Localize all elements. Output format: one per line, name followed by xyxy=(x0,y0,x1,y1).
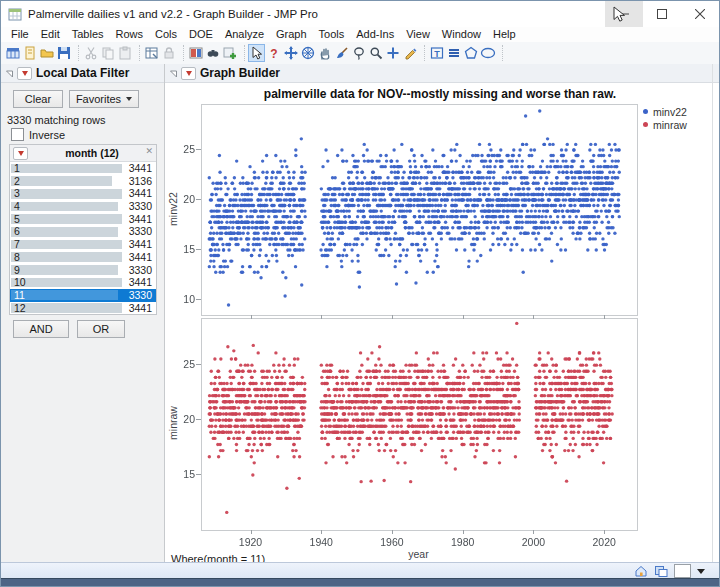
menu-window[interactable]: Window xyxy=(436,27,487,42)
disclosure-open-icon[interactable] xyxy=(169,69,178,78)
checkbox-icon[interactable] xyxy=(11,128,24,141)
chart-legend: minv22minraw xyxy=(643,105,687,131)
filter-row-3[interactable]: 33441 xyxy=(10,187,156,200)
move-tool-icon[interactable] xyxy=(282,44,299,62)
local-data-filter-panel: Local Data Filter Clear Favorites 3330 m… xyxy=(1,64,165,563)
open-icon[interactable] xyxy=(38,44,55,62)
help-tool-icon[interactable]: ? xyxy=(265,44,282,62)
legend-marker-icon xyxy=(643,109,648,114)
minimize-button[interactable] xyxy=(605,1,643,27)
menu-view[interactable]: View xyxy=(400,27,436,42)
x-tick-label: 1960 xyxy=(372,536,412,548)
filter-row-9[interactable]: 93330 xyxy=(10,264,156,277)
filter-row-6[interactable]: 63330 xyxy=(10,225,156,238)
toolbar-separator xyxy=(497,45,503,61)
favorites-button[interactable]: Favorites xyxy=(69,90,139,108)
x-axis-label: year xyxy=(201,548,636,560)
annotate-tool-icon[interactable] xyxy=(401,44,418,62)
new-journal-icon[interactable] xyxy=(21,44,38,62)
filter-row-4[interactable]: 43330 xyxy=(10,200,156,213)
menu-help[interactable]: Help xyxy=(487,27,522,42)
red-triangle-menu-icon[interactable] xyxy=(17,67,32,80)
paste-icon xyxy=(116,44,133,62)
close-filter-icon[interactable]: ✕ xyxy=(145,146,153,156)
svg-text:?: ? xyxy=(270,47,277,61)
menu-addins[interactable]: Add-Ins xyxy=(350,27,400,42)
oval-tool-icon[interactable] xyxy=(479,44,496,62)
column-red-triangle-icon[interactable] xyxy=(13,147,28,160)
x-tick-label: 1940 xyxy=(301,536,341,548)
y-tick-label: 15 xyxy=(171,468,195,480)
legend-marker-icon xyxy=(643,122,648,127)
status-bar xyxy=(1,562,719,579)
filter-row-10[interactable]: 103441 xyxy=(10,276,156,289)
data-table-views-icon[interactable] xyxy=(143,44,160,62)
app-window: Palmerville dailies v1 and v2.2 - Graph … xyxy=(0,0,720,587)
filter-row-11[interactable]: 113330 xyxy=(10,289,156,302)
legend-item-minraw[interactable]: minraw xyxy=(643,118,687,131)
clear-button[interactable]: Clear xyxy=(13,90,63,108)
menu-tables[interactable]: Tables xyxy=(66,27,110,42)
grabber-tool-icon[interactable] xyxy=(316,44,333,62)
scatter-plot-minv22[interactable] xyxy=(201,104,638,316)
lasso-tool-icon[interactable] xyxy=(350,44,367,62)
filter-row-12[interactable]: 123441 xyxy=(10,302,156,315)
toolbar-separator xyxy=(178,45,184,61)
inverse-checkbox[interactable]: Inverse xyxy=(11,128,65,141)
cut-icon xyxy=(82,44,99,62)
toolbar-separator xyxy=(73,45,79,61)
lock-icon xyxy=(160,44,177,62)
menu-analyze[interactable]: Analyze xyxy=(219,27,270,42)
filter-panel-header: Local Data Filter xyxy=(1,64,164,83)
journal-window-icon[interactable] xyxy=(654,564,668,578)
toolbar-separator xyxy=(419,45,425,61)
window-title: Palmerville dailies v1 and v2.2 - Graph … xyxy=(28,8,318,20)
window-list-dropdown-icon[interactable] xyxy=(697,569,705,574)
filter-month-table: month (12) ✕ 134412313633441433305344163… xyxy=(9,144,157,315)
and-button[interactable]: AND xyxy=(13,320,69,338)
legend-item-minv22[interactable]: minv22 xyxy=(643,105,687,118)
menu-rows[interactable]: Rows xyxy=(110,27,150,42)
graph-panel-title: Graph Builder xyxy=(200,66,280,80)
menu-graph[interactable]: Graph xyxy=(270,27,313,42)
menu-doe[interactable]: DOE xyxy=(183,27,219,42)
chart-title: palmerville data for NOV--mostly missing… xyxy=(201,87,679,101)
text-box-icon[interactable]: T xyxy=(428,44,445,62)
scatter-plot-minraw[interactable] xyxy=(201,318,638,531)
maximize-button[interactable] xyxy=(643,1,681,27)
new-data-table-icon[interactable] xyxy=(4,44,21,62)
or-button[interactable]: OR xyxy=(77,320,125,338)
filter-row-1[interactable]: 13441 xyxy=(10,162,156,175)
filter-row-8[interactable]: 83441 xyxy=(10,251,156,264)
polygon-tool-icon[interactable] xyxy=(462,44,479,62)
home-window-icon[interactable] xyxy=(634,564,648,578)
x-tick-label: 1980 xyxy=(443,536,483,548)
brush-tool-icon[interactable] xyxy=(333,44,350,62)
menu-file[interactable]: File xyxy=(5,27,35,42)
filter-row-2[interactable]: 23136 xyxy=(10,175,156,188)
rotate-tool-icon[interactable] xyxy=(299,44,316,62)
column-header-label: month (12) xyxy=(28,147,156,159)
data-table-indicator[interactable] xyxy=(674,564,691,578)
arrow-tool-icon[interactable] xyxy=(248,44,265,62)
y-tick-label: 10 xyxy=(171,293,195,305)
line-tool-icon[interactable] xyxy=(445,44,462,62)
close-button[interactable] xyxy=(681,1,719,27)
menu-cols[interactable]: Cols xyxy=(149,27,183,42)
disclosure-open-icon[interactable] xyxy=(5,69,14,78)
add-graphics-icon[interactable] xyxy=(221,44,238,62)
filter-row-5[interactable]: 53441 xyxy=(10,213,156,226)
journal-icon[interactable] xyxy=(187,44,204,62)
red-triangle-menu-icon[interactable] xyxy=(181,67,196,80)
scatter-canvas-minv22[interactable] xyxy=(202,105,637,315)
magnifier-tool-icon[interactable] xyxy=(367,44,384,62)
filter-panel-title: Local Data Filter xyxy=(36,66,129,80)
menu-tools[interactable]: Tools xyxy=(313,27,351,42)
y-tick-label: 25 xyxy=(171,358,195,370)
scatter-canvas-minraw[interactable] xyxy=(202,319,637,530)
crosshair-tool-icon[interactable] xyxy=(384,44,401,62)
menu-edit[interactable]: Edit xyxy=(35,27,66,42)
save-icon[interactable] xyxy=(55,44,72,62)
search-icon[interactable] xyxy=(204,44,221,62)
filter-row-7[interactable]: 73441 xyxy=(10,238,156,251)
